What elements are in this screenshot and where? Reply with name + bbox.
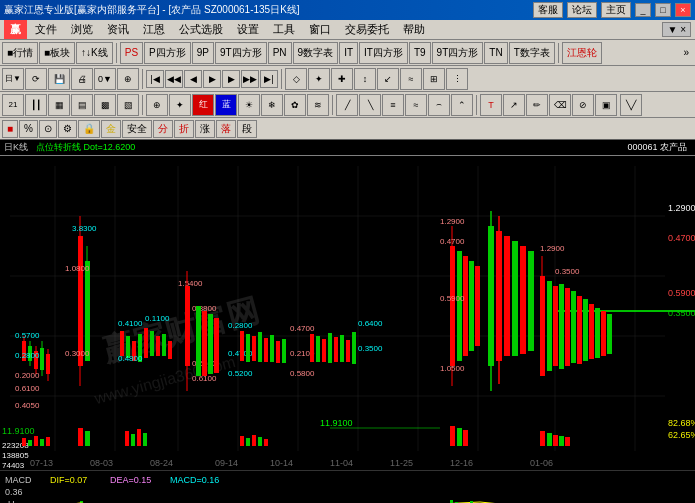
draw-cancel[interactable]: ⊘ bbox=[572, 94, 594, 116]
svg-text:1.0500: 1.0500 bbox=[440, 364, 465, 373]
menu-win[interactable]: 赢 bbox=[4, 20, 27, 39]
btn-9num[interactable]: 9数字表 bbox=[293, 42, 339, 64]
svg-text:0.36: 0.36 bbox=[5, 487, 23, 497]
draw-hat[interactable]: ⌢ bbox=[428, 94, 450, 116]
draw-snow[interactable]: ❄ bbox=[261, 94, 283, 116]
btn-t9[interactable]: T9 bbox=[409, 42, 431, 64]
icon-day[interactable]: 日▼ bbox=[2, 68, 24, 90]
btn-kline[interactable]: ↑↓K线 bbox=[76, 42, 113, 64]
menu-formula[interactable]: 公式选股 bbox=[173, 20, 229, 39]
draw-extra1[interactable]: ╲╱ bbox=[620, 94, 642, 116]
icon-cross2[interactable]: ✚ bbox=[331, 68, 353, 90]
btn-label2[interactable]: 落 bbox=[216, 120, 236, 138]
btn-tn[interactable]: TN bbox=[484, 42, 507, 64]
nav-last[interactable]: ▶| bbox=[260, 70, 278, 88]
draw-lines[interactable]: ≡ bbox=[382, 94, 404, 116]
draw-slash2[interactable]: ╲ bbox=[359, 94, 381, 116]
close-btn[interactable]: × bbox=[675, 3, 691, 17]
menu-window[interactable]: 窗口 bbox=[303, 20, 337, 39]
draw-bar[interactable]: ┃┃ bbox=[25, 94, 47, 116]
draw-tl1[interactable]: T bbox=[480, 94, 502, 116]
btn-ps[interactable]: PS bbox=[120, 42, 143, 64]
svg-rect-167 bbox=[528, 251, 534, 351]
menu-trade[interactable]: 交易委托 bbox=[339, 20, 395, 39]
btn-gear[interactable]: ⚙ bbox=[58, 120, 77, 138]
btn-9t4[interactable]: 9T四方形 bbox=[215, 42, 267, 64]
customer-service-btn[interactable]: 客服 bbox=[533, 2, 563, 18]
icon-arrows[interactable]: ↕ bbox=[354, 68, 376, 90]
draw-chart3[interactable]: ▩ bbox=[94, 94, 116, 116]
draw-wave2[interactable]: ≈ bbox=[405, 94, 427, 116]
icon-spiral[interactable]: ↙ bbox=[377, 68, 399, 90]
btn-jiangen[interactable]: 江恩轮 bbox=[562, 42, 602, 64]
icon-save[interactable]: 💾 bbox=[48, 68, 70, 90]
btn-gold[interactable]: 金 bbox=[101, 120, 121, 138]
icon-diamond[interactable]: ◇ bbox=[285, 68, 307, 90]
icon-zoom[interactable]: 0▼ bbox=[94, 68, 116, 90]
icon-grid[interactable]: ⊞ bbox=[423, 68, 445, 90]
btn-bankuai[interactable]: ■板块 bbox=[39, 42, 75, 64]
btn-it4[interactable]: IT四方形 bbox=[359, 42, 408, 64]
draw-slash1[interactable]: ╱ bbox=[336, 94, 358, 116]
menu-info[interactable]: 资讯 bbox=[101, 20, 135, 39]
menu-settings[interactable]: 设置 bbox=[231, 20, 265, 39]
menu-browse[interactable]: 浏览 bbox=[65, 20, 99, 39]
icon-refresh[interactable]: ⟳ bbox=[25, 68, 47, 90]
btn-label3[interactable]: 段 bbox=[237, 120, 257, 138]
nav-prev[interactable]: ◀ bbox=[184, 70, 202, 88]
btn-percent[interactable]: % bbox=[19, 120, 38, 138]
btn-safe[interactable]: 安全 bbox=[122, 120, 152, 138]
menu-tools[interactable]: 工具 bbox=[267, 20, 301, 39]
draw-col2[interactable]: 蓝 bbox=[215, 94, 237, 116]
btn-p4[interactable]: P四方形 bbox=[144, 42, 191, 64]
draw-fill[interactable]: ▣ bbox=[595, 94, 617, 116]
draw-chart2[interactable]: ▤ bbox=[71, 94, 93, 116]
draw-sun[interactable]: ☀ bbox=[238, 94, 260, 116]
maximize-btn[interactable]: □ bbox=[655, 3, 671, 17]
nav-next[interactable]: ▶ bbox=[222, 70, 240, 88]
nav-first[interactable]: |◀ bbox=[146, 70, 164, 88]
nav-prev-page[interactable]: ◀◀ bbox=[165, 70, 183, 88]
nav-next-page[interactable]: ▶▶ bbox=[241, 70, 259, 88]
btn-9p[interactable]: 9P bbox=[192, 42, 214, 64]
btn-hangqing[interactable]: ■行情 bbox=[2, 42, 38, 64]
btn-lock[interactable]: 🔒 bbox=[78, 120, 100, 138]
menu-jiangen[interactable]: 江恩 bbox=[137, 20, 171, 39]
menu-help[interactable]: 帮助 bbox=[397, 20, 431, 39]
btn-circle[interactable]: ⊙ bbox=[39, 120, 57, 138]
icon-print[interactable]: 🖨 bbox=[71, 68, 93, 90]
draw-flower[interactable]: ✿ bbox=[284, 94, 306, 116]
btn-label1[interactable]: 涨 bbox=[195, 120, 215, 138]
icon-cross[interactable]: ⊕ bbox=[117, 68, 139, 90]
draw-tool1[interactable]: ⊕ bbox=[146, 94, 168, 116]
btn-9t4b[interactable]: 9T四方形 bbox=[432, 42, 484, 64]
btn-zhe[interactable]: 折 bbox=[174, 120, 194, 138]
minimize-btn[interactable]: _ bbox=[635, 3, 651, 17]
icon-net[interactable]: ⋮ bbox=[446, 68, 468, 90]
svg-text:1.2900: 1.2900 bbox=[440, 217, 465, 226]
draw-fish[interactable]: ≋ bbox=[307, 94, 329, 116]
btn-pn[interactable]: PN bbox=[268, 42, 292, 64]
draw-chart4[interactable]: ▧ bbox=[117, 94, 139, 116]
icon-wave[interactable]: ≈ bbox=[400, 68, 422, 90]
draw-tl2[interactable]: ↗ bbox=[503, 94, 525, 116]
nav-play[interactable]: ▶ bbox=[203, 70, 221, 88]
draw-chart1[interactable]: ▦ bbox=[48, 94, 70, 116]
draw-tool2[interactable]: ✦ bbox=[169, 94, 191, 116]
svg-rect-100 bbox=[310, 334, 314, 362]
draw-eraser[interactable]: ⌫ bbox=[549, 94, 571, 116]
icon-star[interactable]: ✦ bbox=[308, 68, 330, 90]
svg-rect-64 bbox=[150, 331, 154, 356]
forum-btn[interactable]: 论坛 bbox=[567, 2, 597, 18]
menu-file[interactable]: 文件 bbox=[29, 20, 63, 39]
btn-tnum[interactable]: T数字表 bbox=[509, 42, 555, 64]
scroll-right[interactable]: » bbox=[679, 47, 693, 58]
btn-indicator-e[interactable]: ■ bbox=[2, 120, 18, 138]
home-btn[interactable]: 主页 bbox=[601, 2, 631, 18]
draw-col1[interactable]: 红 bbox=[192, 94, 214, 116]
draw-line1[interactable]: 21 bbox=[2, 94, 24, 116]
btn-it[interactable]: IT bbox=[339, 42, 358, 64]
draw-pen[interactable]: ✏ bbox=[526, 94, 548, 116]
btn-fen[interactable]: 分 bbox=[153, 120, 173, 138]
draw-measure[interactable]: ⌃ bbox=[451, 94, 473, 116]
